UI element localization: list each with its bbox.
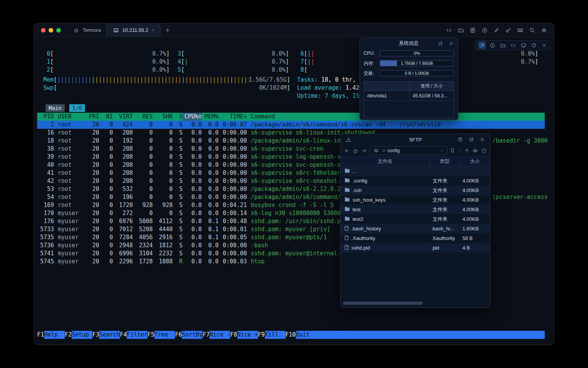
refresh-icon[interactable] xyxy=(481,148,487,154)
column-header-name[interactable]: 文件名 xyxy=(341,157,430,166)
help-icon[interactable] xyxy=(456,136,464,143)
new-tab-button[interactable] xyxy=(160,28,175,33)
refresh-icon[interactable] xyxy=(530,41,537,49)
htop-screen-tabs: MainI/O xyxy=(46,104,85,112)
command-overflow-fragment: /basedir -g 3000 xyxy=(492,137,548,145)
eye-icon[interactable] xyxy=(472,148,478,154)
folder-icon xyxy=(345,207,350,212)
folder-icon[interactable] xyxy=(457,26,465,34)
file-row[interactable]: .. xyxy=(341,166,490,176)
sftp-title: SFTP xyxy=(409,137,421,143)
path-separator: > xyxy=(382,148,385,153)
filesystem-row[interactable]: /dev/vda145.61GB / 58.3... xyxy=(364,91,454,101)
sysinfo-panel: 系统信息 CPU:0%内存:1.75GB / 7.65GB交换:0 B / 1.… xyxy=(359,38,458,120)
file-size: 58 B xyxy=(459,235,490,241)
bookmark-icon[interactable] xyxy=(450,148,455,153)
system-summary: Tasks: 18, 0 thr, 0 Load average: 1.42 1… xyxy=(297,76,366,100)
path-breadcrumb[interactable]: > config xyxy=(369,146,447,155)
screen-tab[interactable]: I/O xyxy=(69,104,85,112)
transfers-icon[interactable] xyxy=(345,136,352,143)
scrollbar-thumb[interactable] xyxy=(343,302,423,305)
function-key[interactable]: F1Help xyxy=(37,331,65,339)
screen-tab[interactable]: Main xyxy=(46,104,65,112)
function-key[interactable]: F3Search xyxy=(92,331,120,339)
sftp-toolbar: > config xyxy=(341,145,490,156)
code-icon[interactable] xyxy=(445,26,453,34)
file-row[interactable]: test2 文件夹 4.00KB xyxy=(341,214,490,224)
info-icon[interactable] xyxy=(488,41,496,49)
file-icon xyxy=(345,235,349,242)
sysinfo-title: 系统信息 xyxy=(399,40,419,47)
file-size: 4.00KB xyxy=(459,216,490,222)
file-name: .bash_history xyxy=(351,226,381,232)
app-window: Termora 10.211.55.2 00.7%10.0%20.0% 30.0… xyxy=(34,23,554,345)
caret-down-icon[interactable] xyxy=(458,149,461,153)
terminal-icon xyxy=(112,26,120,34)
search-icon[interactable] xyxy=(528,26,536,34)
home-icon[interactable] xyxy=(353,148,358,154)
path-segment[interactable]: config xyxy=(387,148,400,153)
monitor-icon[interactable] xyxy=(519,41,527,49)
function-key[interactable]: F7Nice - xyxy=(203,331,230,339)
horizontal-scrollbar[interactable] xyxy=(343,301,488,305)
file-size: 4.00KB xyxy=(459,197,490,203)
summary-line: Tasks: 18, 0 thr, 0 xyxy=(297,76,366,84)
file-row[interactable]: sshd.pid pid 4 B xyxy=(341,243,490,253)
forward-icon[interactable] xyxy=(361,148,367,154)
column-header-size[interactable]: 大小 xyxy=(459,157,490,166)
detach-icon[interactable] xyxy=(436,39,444,47)
close-window-button[interactable] xyxy=(41,28,46,33)
file-row[interactable]: .ssh 文件夹 4.00KB xyxy=(341,186,490,195)
process-table-header[interactable]: PIDUSERPRINIVIRTRESSHRSCPU%▽MEM%TIME+Com… xyxy=(37,113,545,121)
file-name: .. xyxy=(353,168,355,174)
pin-icon[interactable] xyxy=(478,41,486,49)
minimize-window-button[interactable] xyxy=(49,28,53,33)
file-row[interactable]: ssh_host_keys 文件夹 4.00KB xyxy=(341,195,490,205)
file-name: test xyxy=(353,207,361,212)
function-key[interactable]: F2Setup xyxy=(65,331,92,339)
file-name: sshd.pid xyxy=(351,245,370,251)
file-size: 4.00KB xyxy=(459,187,490,193)
function-key[interactable]: F8Nice + xyxy=(230,331,258,339)
up-icon[interactable] xyxy=(464,148,470,154)
file-row[interactable]: .config 文件夹 4.00KB xyxy=(341,176,490,186)
close-icon[interactable] xyxy=(540,41,548,49)
tab-host[interactable]: 10.211.55.2 xyxy=(106,23,161,37)
zoom-window-button[interactable] xyxy=(56,28,61,33)
cpu-meters-col1: 00.7%10.0%20.0% xyxy=(43,50,170,74)
tab-close-icon[interactable] xyxy=(151,28,155,32)
file-row[interactable]: .bash_history bash_hi... 1.60KB xyxy=(341,224,490,233)
record-icon[interactable] xyxy=(481,26,488,34)
keyboard-icon[interactable] xyxy=(516,26,524,34)
file-row[interactable]: .Xauthority Xauthority 58 B xyxy=(341,233,490,243)
chevron-down-icon[interactable] xyxy=(440,149,444,153)
progress-bar: 0% xyxy=(380,50,454,56)
log-icon[interactable] xyxy=(469,26,477,34)
code-icon[interactable] xyxy=(509,41,517,49)
function-key[interactable]: F10Quit xyxy=(286,331,317,339)
file-type: 文件夹 xyxy=(430,206,459,213)
tab-termora[interactable]: Termora xyxy=(67,23,106,37)
file-name: .ssh xyxy=(353,187,362,193)
file-row[interactable]: test 文件夹 4.00KB xyxy=(341,205,490,214)
column-header-type[interactable]: 类型 xyxy=(430,157,459,166)
process-row[interactable]: 1root20042400S0.00.00:00.07/package/admi… xyxy=(37,121,545,129)
command-overflow-fragment: ipcserver-access xyxy=(492,193,548,201)
folder-icon[interactable] xyxy=(499,41,506,49)
settings-icon[interactable] xyxy=(540,26,548,34)
back-icon[interactable] xyxy=(344,148,350,154)
sysinfo-stat-row: 交换:0 B / 1.00GB xyxy=(360,68,458,78)
detach-icon[interactable] xyxy=(467,136,475,143)
file-size: 4 B xyxy=(459,245,490,251)
traffic-lights xyxy=(34,28,67,33)
key-icon[interactable] xyxy=(505,26,512,34)
home-icon xyxy=(72,26,80,34)
function-key[interactable]: F6SortBy xyxy=(175,331,203,339)
function-key[interactable]: F9Kill xyxy=(258,331,286,339)
close-icon[interactable] xyxy=(447,39,455,47)
function-key[interactable]: F4Filter xyxy=(120,331,147,339)
close-icon[interactable] xyxy=(479,136,486,143)
edit-icon[interactable] xyxy=(493,26,500,34)
function-key[interactable]: F5Tree xyxy=(147,331,175,339)
cpu-meters-col2: 30.0%4|0.7%50.0% xyxy=(174,50,289,74)
